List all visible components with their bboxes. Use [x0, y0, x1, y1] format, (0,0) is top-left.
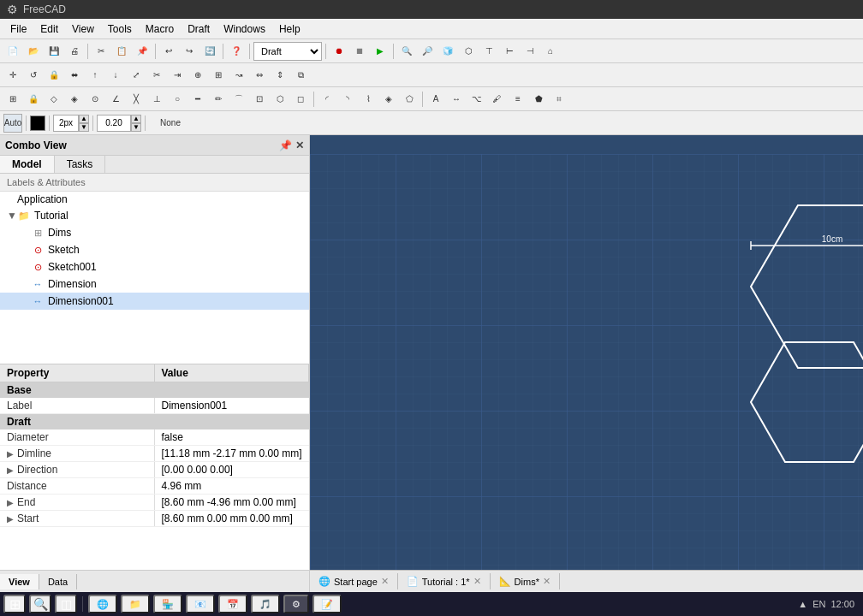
menu-windows[interactable]: Windows [217, 21, 272, 37]
hatch-btn[interactable]: ≡ [509, 90, 527, 109]
print-btn[interactable]: 🖨 [65, 42, 84, 61]
snap-down-btn[interactable]: ↓ [106, 66, 125, 85]
view3d-btn[interactable]: 🧊 [438, 42, 457, 61]
tree-tutorial[interactable]: ▼ 📁 Tutorial [0, 207, 309, 224]
menu-tools[interactable]: Tools [101, 21, 139, 37]
bottom-tab-data[interactable]: Data [39, 574, 77, 589]
snap-dim-btn[interactable]: ⬡ [271, 90, 289, 109]
snap-trim-btn[interactable]: ✂ [147, 66, 166, 85]
snap-line-btn[interactable]: ━ [188, 90, 207, 109]
snap-extend-btn[interactable]: ⇥ [168, 66, 187, 85]
refresh-btn[interactable]: 🔄 [200, 42, 219, 61]
joinwire-btn[interactable]: ⌇ [359, 90, 378, 109]
paste-btn[interactable]: 📌 [133, 42, 152, 61]
dimline-expand[interactable]: ▶ [7, 449, 14, 459]
canvas-area[interactable]: 10cm 4.96mm 🌐 Start page ✕ 📄 Tutori [310, 135, 863, 592]
zoom-out-btn[interactable]: 🔎 [418, 42, 437, 61]
snap-mirror-btn[interactable]: ⇔ [250, 66, 269, 85]
view-iso-btn[interactable]: ⬡ [459, 42, 478, 61]
save-btn[interactable]: 💾 [45, 42, 63, 61]
linewidth-up[interactable]: ▲ [79, 115, 89, 123]
explorer-app[interactable]: 📁 [121, 595, 150, 613]
dims-tab-close[interactable]: ✕ [543, 576, 551, 587]
snap-patharray-btn[interactable]: ↝ [229, 66, 248, 85]
snap-pencil-btn[interactable]: ✏ [209, 90, 228, 109]
snap-stretch-btn[interactable]: ⇕ [271, 66, 289, 85]
doc-tab-start[interactable]: 🌐 Start page ✕ [310, 573, 398, 589]
snap-intersection-btn[interactable]: ╳ [127, 90, 146, 109]
auto-toggle-btn[interactable]: Auto [3, 114, 22, 133]
combo-close-btn[interactable]: ✕ [295, 139, 304, 151]
freecad-app[interactable]: ⚙ [283, 595, 309, 613]
fontsize-up[interactable]: ▲ [131, 115, 141, 123]
bottom-tab-view[interactable]: View [0, 574, 39, 589]
linewidth-down[interactable]: ▼ [79, 123, 89, 132]
tree-dimension[interactable]: ↔ Dimension [0, 275, 309, 293]
linewidth-input[interactable] [53, 115, 79, 132]
tree-dimension001[interactable]: ↔ Dimension001 [0, 293, 309, 310]
none-btn[interactable]: None [149, 114, 192, 133]
calendar-app[interactable]: 📅 [218, 595, 247, 613]
tab-model[interactable]: Model [0, 156, 55, 173]
view-home-btn[interactable]: ⌂ [541, 42, 560, 61]
menu-macro[interactable]: Macro [139, 21, 181, 37]
start-expand[interactable]: ▶ [7, 514, 14, 524]
fontsize-input[interactable] [97, 115, 131, 132]
snap-snap-btn[interactable]: ⊡ [250, 90, 269, 109]
snap-circle-btn[interactable]: ○ [168, 90, 187, 109]
tab-tasks[interactable]: Tasks [55, 156, 106, 173]
tree-sketch[interactable]: ⊙ Sketch [0, 241, 309, 258]
snap-perp-btn[interactable]: ⊥ [147, 90, 166, 109]
help-btn[interactable]: ❓ [227, 42, 246, 61]
new-btn[interactable]: 📄 [3, 42, 22, 61]
redo-btn[interactable]: ↪ [180, 42, 199, 61]
snap-endpoint-btn[interactable]: ◇ [45, 90, 63, 109]
view-right-btn[interactable]: ⊣ [521, 42, 539, 61]
subelement-btn[interactable]: ◈ [379, 90, 398, 109]
taskview-btn[interactable]: ◫ [55, 595, 77, 613]
snap-arc-btn[interactable]: ⌒ [229, 90, 248, 109]
snap-lock-btn[interactable]: 🔒 [45, 66, 63, 85]
chamfer-btn[interactable]: ◝ [338, 90, 357, 109]
dim-btn[interactable]: ↔ [447, 90, 466, 109]
snap-center-btn[interactable]: ⊙ [86, 90, 104, 109]
cut-btn[interactable]: ✂ [92, 42, 110, 61]
menu-draft[interactable]: Draft [181, 21, 217, 37]
snap-lock2-btn[interactable]: 🔒 [24, 90, 43, 109]
menu-view[interactable]: View [65, 21, 101, 37]
word-app[interactable]: 📝 [312, 595, 342, 613]
tutorial-tab-close[interactable]: ✕ [473, 576, 481, 587]
view-top-btn[interactable]: ⊤ [479, 42, 498, 61]
stop-macro-btn[interactable]: ⏹ [350, 42, 369, 61]
start-tab-close[interactable]: ✕ [381, 576, 389, 587]
snap-rotate-btn[interactable]: ↺ [24, 66, 43, 85]
menu-file[interactable]: File [3, 21, 33, 37]
annotation-btn[interactable]: 🖋 [488, 90, 507, 109]
mail-app[interactable]: 📧 [186, 595, 215, 613]
end-expand[interactable]: ▶ [7, 498, 14, 507]
undo-btn[interactable]: ↩ [159, 42, 178, 61]
open-btn[interactable]: 📂 [24, 42, 43, 61]
grid-btn[interactable]: ⊞ [3, 90, 22, 109]
doc-tab-tutorial[interactable]: 📄 Tutorial : 1* ✕ [398, 573, 491, 589]
workbench-select[interactable]: Draft [253, 42, 322, 61]
text-btn[interactable]: A [426, 90, 445, 109]
snap-angle-btn[interactable]: ∠ [106, 90, 125, 109]
snap-up-btn[interactable]: ↑ [86, 66, 104, 85]
play-macro-btn[interactable]: ▶ [371, 42, 390, 61]
tree-dims[interactable]: ⊞ Dims [0, 224, 309, 241]
combo-pin-btn[interactable]: 📌 [279, 139, 292, 151]
snap-toggle-btn[interactable]: ✛ [3, 66, 22, 85]
fillet-btn[interactable]: ◜ [318, 90, 336, 109]
store-app[interactable]: 🏪 [153, 595, 182, 613]
doc-tab-dims[interactable]: 📐 Dims* ✕ [491, 573, 560, 589]
workingplane-btn[interactable]: ⌗ [550, 90, 568, 109]
zoom-in-btn[interactable]: 🔍 [397, 42, 416, 61]
record-macro-btn[interactable]: ⏺ [330, 42, 348, 61]
snap-array-btn[interactable]: ⊞ [209, 66, 228, 85]
direction-expand[interactable]: ▶ [7, 465, 14, 475]
shape-btn[interactable]: ⬟ [529, 90, 548, 109]
fontsize-down[interactable]: ▼ [131, 123, 141, 132]
browser-app[interactable]: 🌐 [88, 595, 117, 613]
search-btn[interactable]: 🔍 [29, 595, 51, 613]
